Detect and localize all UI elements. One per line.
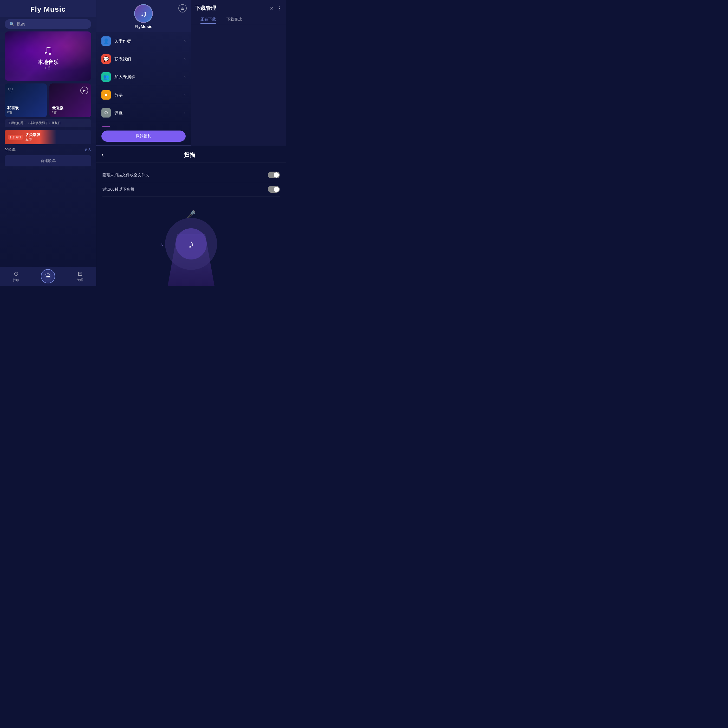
menu-header: ⏏ ♫ FlyMusic bbox=[96, 0, 191, 32]
manage-icon: ⊟ bbox=[78, 271, 83, 277]
card-recent-label: 最近播 bbox=[52, 106, 64, 110]
nav-center-item[interactable]: 🏛 bbox=[32, 269, 64, 283]
scan-circle-outer: 🎤 ♫ ♪ bbox=[165, 218, 217, 270]
menu-item-contact-label: 联系我们 bbox=[115, 57, 181, 62]
scan-header: ‹ 扫描 bbox=[96, 145, 286, 163]
music-note-icon: ♫ bbox=[43, 42, 53, 58]
tab-downloaded[interactable]: 下载完成 bbox=[221, 15, 247, 24]
ad-badge: 低价好物 bbox=[8, 135, 23, 140]
panel-download: 下载管理 ✕ ⋮ 正在下载 下载完成 bbox=[191, 0, 286, 145]
heart-icon: ♡ bbox=[8, 87, 14, 94]
chevron-icon: › bbox=[184, 39, 186, 43]
menu-item-group[interactable]: 👥 加入专属群 › bbox=[96, 68, 191, 86]
chevron-icon-4: › bbox=[184, 93, 186, 97]
new-playlist-button[interactable]: 新建歌单 bbox=[5, 155, 91, 167]
download-content-area bbox=[191, 24, 286, 145]
toggle-hide-files[interactable] bbox=[268, 171, 280, 178]
ad-banner[interactable]: 低价好物 各类潮牌 服饰 bbox=[5, 130, 91, 144]
nav-manage[interactable]: ⊟ 管理 bbox=[64, 271, 96, 282]
playlist-action[interactable]: 导入 bbox=[84, 147, 91, 152]
menu-item-about-label: 关于作者 bbox=[115, 38, 181, 44]
contact-icon: 💬 bbox=[101, 54, 111, 64]
main-header: Fly Music bbox=[0, 0, 96, 17]
app-logo: ♫ bbox=[134, 4, 153, 23]
chevron-icon-2: › bbox=[184, 57, 186, 61]
about-icon: 👤 bbox=[101, 37, 111, 46]
toggle-filter-audio[interactable] bbox=[268, 186, 280, 193]
menu-item-share[interactable]: ➤ 分享 › bbox=[96, 86, 191, 104]
menu-item-about[interactable]: 👤 关于作者 › bbox=[96, 32, 191, 50]
panel-main: Fly Music 🔍 搜索 ♫ 本地音乐 0首 ♡ 我喜欢 0首 ▶ 最近播 … bbox=[0, 0, 96, 286]
playlist-label: 的歌单 bbox=[5, 147, 15, 152]
share-icon: ➤ bbox=[101, 90, 111, 99]
card-favorites-count: 0首 bbox=[7, 110, 12, 115]
card-favorites-label: 我喜欢 bbox=[7, 106, 19, 110]
download-title: 下载管理 bbox=[195, 5, 216, 12]
search-label: 搜索 bbox=[17, 21, 25, 27]
equalizer-icon: 均 bbox=[101, 126, 111, 127]
hero-label: 本地音乐 bbox=[38, 59, 58, 66]
ticker-text: 丁源的问题；（非常多资源了）修复日 bbox=[8, 121, 61, 125]
scan-option-hide: 隐藏未扫描文件或空文件夹 bbox=[102, 168, 280, 182]
playlist-section: 的歌单 导入 bbox=[0, 145, 96, 154]
exit-button[interactable]: ⏏ bbox=[178, 4, 187, 12]
search-bar[interactable]: 🔍 搜索 bbox=[5, 19, 91, 29]
download-header-icons: ✕ ⋮ bbox=[270, 5, 282, 11]
manage-label: 管理 bbox=[77, 278, 83, 282]
app-name: FlyMusic bbox=[135, 24, 152, 29]
panel-scan: ‹ 扫描 隐藏未扫描文件或空文件夹 过滤60秒以下音频 🎤 ♫ ♪ bbox=[96, 145, 286, 286]
main-title: Fly Music bbox=[0, 5, 96, 14]
card-recent-count: 1首 bbox=[52, 110, 57, 115]
now-playing-avatar: 🏛 bbox=[41, 269, 55, 283]
scan-circle-inner: ♪ bbox=[176, 228, 207, 260]
back-icon: ‹ bbox=[101, 151, 104, 159]
exit-icon: ⏏ bbox=[181, 6, 184, 11]
ad-main-text: 各类潮牌 bbox=[26, 133, 40, 137]
microphone-icon: 🎤 bbox=[187, 210, 196, 219]
ticker-bar: 丁源的问题；（非常多资源了）修复日 bbox=[5, 119, 91, 127]
bottom-nav: ⊙ 找歌 🏛 ⊟ 管理 bbox=[0, 267, 96, 286]
menu-item-equalizer[interactable]: 均 均衡器 › bbox=[96, 122, 191, 127]
app-grid: Fly Music 🔍 搜索 ♫ 本地音乐 0首 ♡ 我喜欢 0首 ▶ 最近播 … bbox=[0, 0, 286, 286]
scan-option-filter: 过滤60秒以下音频 bbox=[102, 182, 280, 197]
music-note-deco-icon: ♫ bbox=[160, 241, 164, 247]
hero-sub: 0首 bbox=[45, 66, 50, 70]
settings-icon: ⚙ bbox=[101, 108, 111, 118]
more-icon[interactable]: ⋮ bbox=[277, 5, 282, 11]
scan-option-hide-label: 隐藏未扫描文件或空文件夹 bbox=[102, 173, 149, 177]
find-music-label: 找歌 bbox=[13, 278, 19, 282]
logo-symbol: ♫ bbox=[141, 9, 147, 18]
scan-title: 扫描 bbox=[109, 151, 271, 159]
sort-icon[interactable]: ✕ bbox=[270, 5, 274, 11]
menu-item-settings-label: 设置 bbox=[115, 110, 181, 116]
chevron-icon-3: › bbox=[184, 75, 186, 79]
scan-option-filter-label: 过滤60秒以下音频 bbox=[102, 187, 134, 192]
back-button[interactable]: ‹ bbox=[101, 151, 104, 159]
menu-item-share-label: 分享 bbox=[115, 92, 181, 98]
card-row: ♡ 我喜欢 0首 ▶ 最近播 1首 bbox=[5, 83, 91, 117]
card-favorites[interactable]: ♡ 我喜欢 0首 bbox=[5, 83, 47, 117]
menu-list: 👤 关于作者 › 💬 联系我们 › 👥 加入专属群 › ➤ 分享 › ⚙ bbox=[96, 32, 191, 127]
welfare-button[interactable]: 截我福利 bbox=[101, 130, 186, 142]
group-icon: 👥 bbox=[101, 72, 111, 82]
menu-item-settings[interactable]: ⚙ 设置 › bbox=[96, 104, 191, 122]
scan-options: 隐藏未扫描文件或空文件夹 过滤60秒以下音频 bbox=[96, 163, 286, 202]
search-icon: 🔍 bbox=[9, 21, 15, 26]
download-tabs: 正在下载 下载完成 bbox=[191, 12, 286, 24]
scan-center-icon: ♪ bbox=[188, 237, 194, 250]
download-header: 下载管理 ✕ ⋮ bbox=[191, 0, 286, 12]
play-icon: ▶ bbox=[80, 87, 88, 94]
hero-banner: ♫ 本地音乐 0首 bbox=[5, 31, 91, 81]
card-recent[interactable]: ▶ 最近播 1首 bbox=[49, 83, 92, 117]
find-music-icon: ⊙ bbox=[14, 271, 18, 277]
menu-item-group-label: 加入专属群 bbox=[115, 74, 181, 80]
nav-find-music[interactable]: ⊙ 找歌 bbox=[0, 271, 32, 282]
ad-sub-text: 服饰 bbox=[26, 137, 40, 142]
panel-menu: ⏏ ♫ FlyMusic 👤 关于作者 › 💬 联系我们 › 👥 加入专属群 › bbox=[96, 0, 191, 145]
chevron-icon-5: › bbox=[184, 110, 186, 115]
tab-downloading[interactable]: 正在下载 bbox=[195, 15, 221, 24]
menu-item-contact[interactable]: 💬 联系我们 › bbox=[96, 50, 191, 68]
scan-visual: 🎤 ♫ ♪ bbox=[96, 202, 286, 286]
